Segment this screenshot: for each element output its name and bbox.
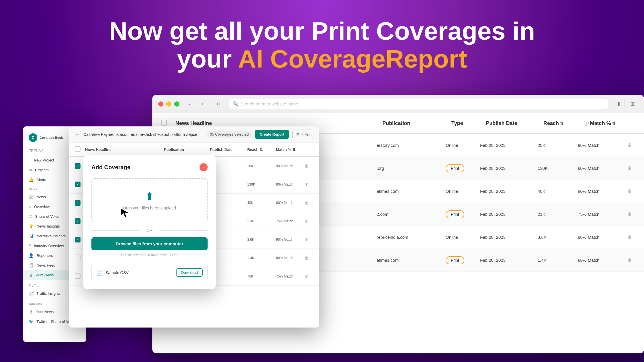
- row-delete-5[interactable]: 🗑: [624, 235, 635, 240]
- plus-icon: +: [29, 158, 31, 162]
- share-button[interactable]: ⬆: [613, 99, 624, 109]
- sample-csv-row: 📄 Sample CSV Download: [91, 264, 208, 281]
- main-window-title: Cashfree Payments acquires one-click che…: [83, 132, 204, 137]
- main-row-cb-7[interactable]: [75, 273, 80, 279]
- row-type-2: Print: [446, 164, 480, 172]
- print-icon: 🖨: [29, 273, 33, 277]
- row-pub-3: atimes.com: [377, 189, 446, 194]
- main-row-cb-1[interactable]: ✓: [75, 163, 80, 169]
- main-row-del-2[interactable]: 🗑: [305, 182, 313, 187]
- traffic-light-red[interactable]: [158, 101, 163, 107]
- traffic-light-green[interactable]: [174, 101, 179, 107]
- main-row-cb-2[interactable]: ✓: [75, 182, 80, 187]
- reach-sort-icon-main[interactable]: ⇅: [260, 147, 263, 152]
- main-row-cb-5[interactable]: ✓: [75, 237, 80, 242]
- sample-csv-label: Sample CSV: [106, 270, 129, 275]
- news-icon: 📰: [29, 195, 34, 199]
- main-table-header: News Headline Publication Publish Date R…: [69, 143, 319, 157]
- browse-files-button[interactable]: Browse files from your computer: [91, 237, 208, 250]
- address-text: Search or enter website name: [241, 101, 298, 106]
- main-row-del-3[interactable]: 🗑: [305, 201, 313, 205]
- main-row-reach-1: 20K: [247, 164, 276, 168]
- col-reach: Reach ⇅: [543, 120, 584, 126]
- main-row-match-4: 75% Match: [276, 219, 305, 223]
- mth-match: Match % ⇅: [276, 147, 305, 152]
- row-delete-3[interactable]: 🗑: [624, 189, 635, 194]
- row-pub-4: 2.com: [377, 212, 446, 217]
- upload-area[interactable]: ⬆ Drop your files here to upload: [91, 178, 208, 222]
- upload-icon: ⬆: [101, 190, 198, 202]
- main-row-del-5[interactable]: 🗑: [305, 237, 313, 242]
- share-icon: ◎: [29, 214, 32, 219]
- trends-label: Trends: [29, 149, 44, 153]
- filter-label: Filter: [301, 132, 310, 136]
- col-publication: Publication: [382, 120, 451, 126]
- row-type-1: Online: [446, 143, 480, 148]
- traffic-insights-label: Traffic Insights: [37, 291, 61, 296]
- row-reach-4: 21K: [538, 212, 578, 217]
- match-sort-icon[interactable]: ⇅: [612, 121, 616, 126]
- main-row-del-1[interactable]: 🗑: [305, 164, 313, 168]
- file-size-hint: The file size should have max 100 mb: [91, 253, 208, 257]
- bell-icon: 🔔: [29, 177, 34, 182]
- mth-date: Publish Date: [210, 147, 247, 152]
- row-delete-6[interactable]: 🗑: [624, 258, 635, 263]
- share-voice-label: Share of Voice: [35, 214, 60, 219]
- main-back-button[interactable]: ←: [75, 131, 80, 137]
- tab-button[interactable]: ⊡: [213, 99, 224, 109]
- or-divider: OR: [91, 228, 208, 233]
- main-row-cb-3[interactable]: ✓: [75, 200, 80, 206]
- row-delete-4[interactable]: 🗑: [624, 212, 635, 217]
- hero-line2-part1: your: [177, 45, 238, 73]
- row-pub-6: atimes.com: [377, 258, 446, 263]
- traffic-lights: [158, 101, 179, 107]
- header-checkbox-col: [161, 120, 175, 127]
- bookmark-button[interactable]: ⊞: [627, 99, 638, 109]
- main-row-match-6: 80% Match: [276, 256, 305, 260]
- main-row-del-7[interactable]: 🗑: [305, 274, 313, 279]
- main-row-del-4[interactable]: 🗑: [305, 219, 313, 224]
- create-report-button[interactable]: Create Report: [255, 130, 289, 139]
- row-match-5: 90% Match: [578, 235, 624, 240]
- reporters-label: Reporters: [37, 253, 53, 258]
- news-label: News: [37, 195, 46, 199]
- print-badge-4: Print: [446, 210, 464, 218]
- reach-sort-icon[interactable]: ⇅: [560, 121, 564, 126]
- filter-button[interactable]: ⚙ Filter: [292, 130, 313, 139]
- main-row-cb-4[interactable]: ✓: [75, 218, 80, 224]
- main-row-reach-6: 1.4K: [247, 256, 276, 260]
- row-delete-1[interactable]: 🗑: [624, 143, 635, 148]
- search-icon: 🔍: [233, 101, 238, 107]
- traffic-light-yellow[interactable]: [166, 101, 171, 107]
- match-info-icon[interactable]: i: [584, 121, 589, 126]
- main-row-reach-2: 130K: [247, 182, 276, 186]
- forward-nav-button[interactable]: ›: [197, 99, 208, 109]
- row-type-4: Print: [446, 210, 480, 218]
- main-header-checkbox[interactable]: [75, 146, 80, 152]
- nav-buttons: ‹ ›: [184, 99, 208, 109]
- modal-title: Add Coverage: [91, 164, 131, 171]
- match-sort-icon-main[interactable]: ⇅: [292, 147, 296, 152]
- row-delete-2[interactable]: 🗑: [624, 166, 635, 171]
- header-checkbox[interactable]: [161, 120, 167, 126]
- row-reach-2: 130K: [538, 166, 578, 171]
- row-reach-3: 40K: [538, 189, 578, 194]
- row-reach-5: 3.6K: [538, 235, 578, 240]
- main-row-reach-5: 3.6K: [247, 238, 276, 242]
- modal-close-button[interactable]: ×: [200, 163, 208, 171]
- row-match-4: 75% Match: [578, 212, 624, 217]
- address-bar[interactable]: 🔍 Search or enter website name: [229, 99, 608, 109]
- row-reach-1: 20K: [538, 143, 578, 148]
- back-nav-button[interactable]: ‹: [184, 99, 195, 109]
- hero-section: Now get all your Print Coverages in your…: [109, 17, 535, 73]
- coverage-count-badge: 05 Coverages Selected: [207, 131, 252, 138]
- main-row-del-6[interactable]: 🗑: [305, 256, 313, 260]
- overview-label: Overview: [34, 205, 49, 209]
- main-row-reach-7: 76K: [247, 274, 276, 278]
- main-row-cb-6[interactable]: [75, 255, 80, 260]
- csv-info: 📄 Sample CSV: [96, 269, 129, 276]
- csv-file-icon: 📄: [96, 269, 103, 276]
- filter-icon: ⚙: [296, 132, 300, 136]
- mth-publication: Publication: [164, 147, 210, 152]
- download-button[interactable]: Download: [176, 268, 203, 277]
